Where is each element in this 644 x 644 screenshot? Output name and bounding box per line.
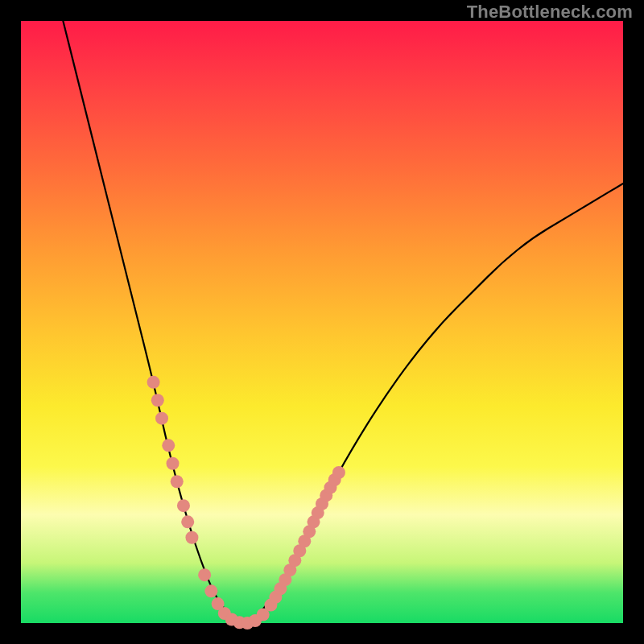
chart-svg	[21, 21, 623, 623]
data-marker	[204, 584, 217, 597]
marker-group	[147, 376, 345, 630]
watermark-text: TheBottleneck.com	[467, 2, 633, 23]
data-marker	[147, 376, 160, 389]
data-marker	[181, 515, 194, 528]
bottleneck-curve	[63, 21, 623, 623]
data-marker	[151, 394, 164, 407]
data-marker	[177, 499, 190, 512]
chart-frame: TheBottleneck.com	[0, 0, 644, 644]
data-marker	[198, 568, 211, 581]
data-marker	[167, 457, 180, 470]
data-marker	[332, 466, 345, 479]
data-marker	[162, 439, 175, 452]
data-marker	[155, 412, 168, 425]
data-marker	[171, 475, 184, 488]
data-marker	[185, 531, 198, 544]
plot-area	[21, 21, 623, 623]
